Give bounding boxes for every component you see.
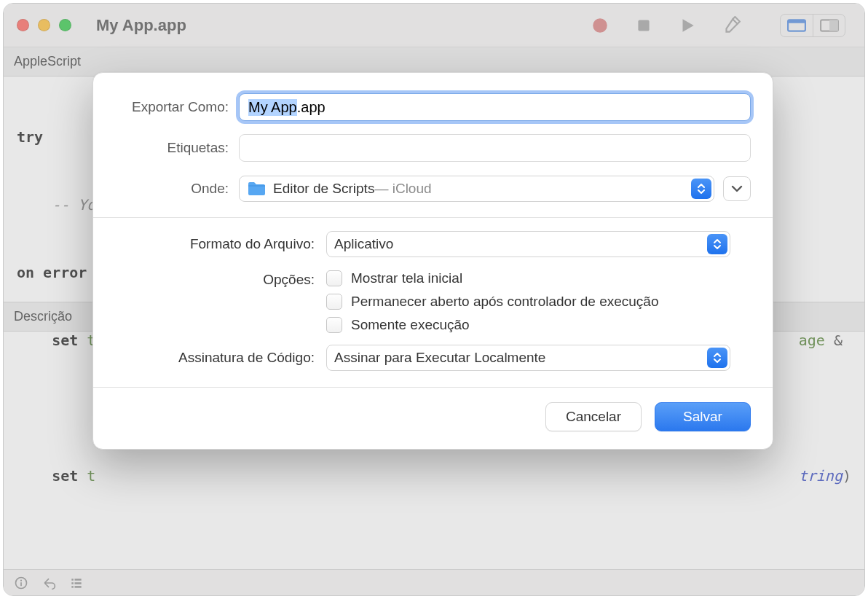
traffic-lights — [17, 19, 71, 31]
save-button[interactable]: Salvar — [655, 402, 751, 431]
zoom-window-button[interactable] — [59, 19, 71, 31]
file-format-popup[interactable]: Aplicativo — [326, 231, 730, 257]
window-title: My App.app — [96, 16, 186, 35]
code-sign-label: Assinatura de Código: — [115, 350, 326, 366]
tags-input[interactable] — [239, 134, 751, 162]
popup-stepper-icon — [707, 348, 727, 368]
code-token: & — [825, 332, 851, 349]
record-icon[interactable] — [591, 16, 609, 35]
code-token: try — [17, 128, 43, 146]
checkbox-icon — [326, 294, 342, 310]
toolbar-actions — [591, 14, 851, 37]
option-show-startup-screen[interactable]: Mostrar tela inicial — [326, 270, 658, 286]
code-token: set — [17, 332, 87, 349]
svg-point-0 — [593, 18, 607, 33]
expand-save-panel-button[interactable] — [723, 176, 751, 201]
folder-icon — [247, 181, 266, 197]
code-token: tring — [799, 467, 843, 485]
svg-rect-8 — [20, 582, 22, 586]
checkbox-icon — [326, 270, 342, 286]
svg-rect-3 — [788, 20, 805, 23]
code-token: ) — [843, 467, 851, 485]
stop-icon[interactable] — [634, 16, 653, 35]
svg-point-7 — [20, 579, 22, 581]
code-token: on error — [17, 264, 87, 281]
code-sign-popup[interactable]: Assinar para Executar Localmente — [326, 345, 730, 371]
titlebar: My App.app — [4, 4, 864, 47]
option-stay-open[interactable]: Permanecer aberto após controlador de ex… — [326, 294, 658, 310]
play-icon[interactable] — [678, 16, 697, 35]
file-format-value: Aplicativo — [334, 236, 393, 252]
build-icon[interactable] — [722, 16, 741, 35]
svg-rect-14 — [75, 586, 82, 588]
view-pane-left-icon[interactable] — [781, 15, 813, 36]
export-sheet: Exportar Como: Etiquetas: Onde: Editor d… — [92, 72, 773, 450]
svg-rect-1 — [638, 20, 649, 31]
cancel-button[interactable]: Cancelar — [545, 402, 642, 431]
cancel-button-label: Cancelar — [566, 409, 621, 425]
option-label: Mostrar tela inicial — [351, 270, 462, 286]
code-sign-value: Assinar para Executar Localmente — [334, 350, 545, 366]
code-token: age — [799, 332, 825, 349]
popup-stepper-icon — [707, 234, 727, 254]
divider — [93, 217, 773, 218]
where-suffix: — iCloud — [374, 181, 431, 197]
undo-icon[interactable] — [40, 574, 58, 592]
view-pane-right-icon[interactable] — [813, 15, 845, 36]
where-popup[interactable]: Editor de Scripts — iCloud — [239, 176, 714, 202]
file-format-label: Formato do Arquivo: — [115, 236, 326, 252]
popup-stepper-icon — [691, 179, 711, 199]
export-as-label: Exportar Como: — [115, 99, 239, 115]
tags-label: Etiquetas: — [115, 140, 239, 156]
chevron-down-icon — [731, 184, 743, 193]
close-window-button[interactable] — [17, 19, 29, 31]
svg-rect-12 — [75, 582, 82, 584]
option-label: Permanecer aberto após controlador de ex… — [351, 294, 658, 310]
code-token: set — [17, 467, 87, 485]
export-filename-input[interactable] — [239, 93, 751, 121]
code-comment: -- Yo — [17, 196, 95, 214]
info-icon[interactable] — [12, 574, 30, 592]
svg-rect-13 — [71, 586, 74, 588]
svg-rect-9 — [71, 579, 74, 581]
where-label: Onde: — [115, 181, 239, 197]
svg-rect-11 — [71, 582, 74, 584]
description-tab-label: Descrição — [14, 309, 72, 324]
checkbox-icon — [326, 317, 342, 333]
where-folder-name: Editor de Scripts — [273, 181, 374, 197]
list-icon[interactable] — [68, 574, 85, 592]
status-bar — [4, 569, 864, 595]
code-token: t — [87, 467, 95, 485]
svg-rect-10 — [75, 579, 82, 581]
option-run-only[interactable]: Somente execução — [326, 317, 658, 333]
minimize-window-button[interactable] — [38, 19, 50, 31]
view-mode-segment — [780, 14, 845, 37]
language-tab-label: AppleScript — [14, 54, 81, 69]
option-label: Somente execução — [351, 317, 470, 333]
save-button-label: Salvar — [683, 409, 722, 425]
sheet-footer: Cancelar Salvar — [93, 387, 773, 449]
options-label: Opções: — [115, 269, 326, 288]
svg-rect-5 — [829, 20, 838, 31]
